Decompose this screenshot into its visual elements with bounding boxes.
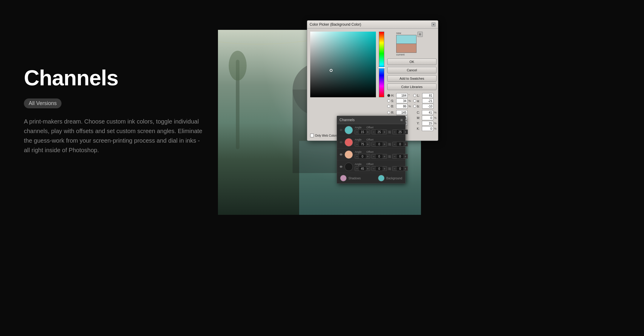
offset-left-decrease-1[interactable]: − <box>372 142 376 146</box>
offset-right-decrease-1[interactable]: − <box>393 142 397 146</box>
offset-left-decrease-0[interactable]: − <box>372 130 376 134</box>
dialog-close-button[interactable]: ✕ <box>431 22 436 27</box>
offset-right-increase-0[interactable]: + <box>403 130 408 134</box>
new-color-swatch <box>396 35 416 44</box>
current-color-label: current <box>396 53 405 56</box>
chain-icon-2: ⛓ <box>388 155 391 158</box>
current-color-swatch <box>396 44 416 53</box>
b-unit: % <box>408 105 411 108</box>
angle-decrease-3[interactable]: − <box>355 167 359 171</box>
background-footer-item: Background <box>378 175 402 181</box>
channel-swatch-3[interactable] <box>345 163 353 171</box>
K-unit: % <box>434 127 436 130</box>
offset-left-increase-0[interactable]: + <box>382 130 387 134</box>
r-input[interactable] <box>396 110 408 115</box>
color-libraries-button[interactable]: Color Libraries <box>387 84 436 90</box>
angle-label-0: Angle <box>355 126 362 129</box>
ok-button[interactable]: OK <box>387 58 436 65</box>
cancel-button[interactable]: Cancel <box>387 67 436 73</box>
angle-decrease-2[interactable]: − <box>355 154 359 158</box>
offset-right-stepper-1[interactable]: − 0 + <box>392 142 408 147</box>
r-label: R: <box>391 111 395 114</box>
chain-icon-0: ⛓ <box>388 130 391 134</box>
b3-radio[interactable] <box>413 105 416 108</box>
angle-stepper-1[interactable]: − 75 + <box>355 142 370 147</box>
channel-visibility-1[interactable]: 👁 <box>339 141 343 144</box>
offset-right-stepper-2[interactable]: − 0 + <box>392 154 408 159</box>
offset-left-stepper-2[interactable]: − 0 + <box>371 154 387 159</box>
angle-stepper-2[interactable]: − 0 + <box>355 154 370 159</box>
offset-right-decrease-2[interactable]: − <box>393 154 397 158</box>
a-label: a: <box>417 99 421 103</box>
offset-right-increase-2[interactable]: + <box>403 154 408 158</box>
C-input[interactable] <box>422 110 433 115</box>
channel-visibility-0[interactable]: 👁 <box>339 128 343 132</box>
offset-right-decrease-3[interactable]: − <box>393 167 397 171</box>
web-colors-checkbox[interactable] <box>310 134 314 137</box>
b-input[interactable] <box>396 104 408 109</box>
angle-stepper-3[interactable]: − 45 + <box>355 166 370 171</box>
offset-left-stepper-1[interactable]: − 0 + <box>371 142 387 147</box>
offset-left-stepper-0[interactable]: − 25 + <box>371 130 387 134</box>
h-input[interactable] <box>396 93 408 98</box>
offset-left-stepper-3[interactable]: − 0 + <box>371 166 387 171</box>
angle-decrease-1[interactable]: − <box>355 142 359 146</box>
b-radio[interactable] <box>387 105 390 108</box>
page-description: A print-makers dream. Choose custom ink … <box>24 117 203 155</box>
K-input[interactable] <box>422 126 433 131</box>
angle-increase-0[interactable]: + <box>366 130 370 134</box>
channels-header: Channels ≡ <box>337 116 405 124</box>
channels-menu-icon[interactable]: ≡ <box>400 118 403 122</box>
shadows-swatch <box>340 175 347 181</box>
offset-right-stepper-0[interactable]: − 25 + <box>392 130 408 134</box>
offset-left-decrease-3[interactable]: − <box>372 167 376 171</box>
s-radio[interactable] <box>387 99 390 102</box>
Y-input[interactable] <box>422 121 433 126</box>
a-radio[interactable] <box>413 99 416 102</box>
angle-stepper-0[interactable]: − 15 + <box>355 130 370 134</box>
dialog-titlebar: Color Picker (Background Color) ✕ <box>307 21 438 29</box>
angle-increase-1[interactable]: + <box>366 142 370 146</box>
b3-input[interactable] <box>422 104 434 109</box>
angle-increase-3[interactable]: + <box>366 167 370 171</box>
add-to-swatches-button[interactable]: Add to Swatches <box>387 75 436 82</box>
offset-right-stepper-3[interactable]: − 0 + <box>392 166 408 171</box>
angle-value-2: 0 <box>359 155 366 158</box>
channel-swatch-2[interactable] <box>345 150 353 159</box>
channel-visibility-2[interactable]: 👁 <box>339 153 343 156</box>
color-spectrum[interactable] <box>310 32 376 97</box>
offset-right-increase-1[interactable]: + <box>403 142 408 146</box>
offset-left-decrease-2[interactable]: − <box>372 154 376 158</box>
h-radio[interactable] <box>387 94 390 97</box>
web-colors-label: Only Web Colors <box>315 134 337 137</box>
C-label: C: <box>417 111 421 114</box>
r-radio[interactable] <box>387 111 390 114</box>
offset-left-increase-1[interactable]: + <box>382 142 387 146</box>
version-badge[interactable]: All Versions <box>24 98 62 108</box>
offset-right-decrease-0[interactable]: − <box>393 130 397 134</box>
channel-swatch-1[interactable] <box>345 138 353 147</box>
M-input[interactable] <box>422 115 433 120</box>
angle-decrease-0[interactable]: − <box>355 130 359 134</box>
angle-label-2: Angle <box>355 150 362 153</box>
channel-row-0: 👁 Angle Offset − 15 + − 25 + <box>337 124 405 136</box>
a-input[interactable] <box>422 98 434 103</box>
s-input[interactable] <box>396 98 408 103</box>
C-unit: % <box>434 111 436 114</box>
channels-title: Channels <box>339 118 355 122</box>
angle-increase-2[interactable]: + <box>366 154 370 158</box>
channel-swatch-0[interactable] <box>345 126 353 134</box>
hue-slider[interactable] <box>379 32 384 97</box>
offset-right-increase-3[interactable]: + <box>403 167 408 171</box>
eyedropper-button[interactable]: ⊙ <box>417 32 423 37</box>
Y-label: Y: <box>417 122 421 125</box>
Y-unit: % <box>434 122 436 125</box>
offset-left-increase-2[interactable]: + <box>382 154 387 158</box>
L-input[interactable] <box>422 93 434 98</box>
b-label: B: <box>391 105 395 108</box>
K-label: K: <box>417 127 421 130</box>
channel-visibility-3[interactable]: 👁 <box>339 165 343 169</box>
L-radio[interactable] <box>413 94 416 97</box>
page-title: Channels <box>24 66 203 90</box>
offset-left-increase-3[interactable]: + <box>382 167 387 171</box>
